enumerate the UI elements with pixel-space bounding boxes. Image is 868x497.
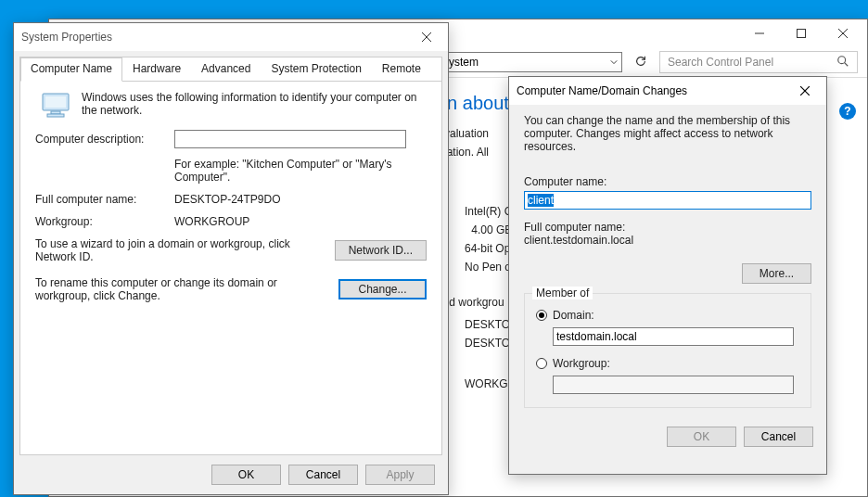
info-value: 4.00 GB bbox=[471, 223, 512, 236]
workgroup-radio[interactable]: Workgroup: bbox=[536, 357, 799, 370]
tab-remote[interactable]: Remote bbox=[372, 57, 431, 82]
workgroup-input bbox=[553, 376, 794, 394]
ok-button[interactable]: OK bbox=[211, 465, 281, 485]
svg-point-4 bbox=[838, 56, 846, 63]
tab-body: Windows uses the following information t… bbox=[20, 82, 441, 321]
dialog-button-row: OK Cancel bbox=[509, 417, 826, 456]
cancel-button[interactable]: Cancel bbox=[744, 427, 813, 447]
full-name-value: DESKTOP-24TP9DO bbox=[174, 193, 280, 206]
computer-description-input[interactable] bbox=[174, 130, 406, 148]
svg-line-5 bbox=[845, 62, 849, 66]
breadcrumb-dropdown[interactable]: System bbox=[437, 52, 622, 72]
computer-name-value: client bbox=[528, 194, 554, 207]
tab-computer-name[interactable]: Computer Name bbox=[20, 57, 122, 82]
search-input[interactable]: Search Control Panel bbox=[659, 51, 858, 73]
change-button[interactable]: Change... bbox=[338, 279, 427, 299]
dialog-body: You can change the name and the membersh… bbox=[509, 105, 826, 417]
desc-example: For example: "Kitchen Computer" or "Mary… bbox=[174, 158, 427, 184]
intro-text: Windows uses the following information t… bbox=[82, 91, 427, 117]
cancel-button[interactable]: Cancel bbox=[288, 465, 358, 485]
dialog-title: System Properties bbox=[21, 31, 413, 44]
tab-advanced[interactable]: Advanced bbox=[191, 57, 261, 82]
computer-name-label: Computer name: bbox=[524, 175, 811, 188]
help-icon[interactable]: ? bbox=[839, 103, 856, 120]
close-button[interactable] bbox=[791, 78, 819, 104]
computer-icon bbox=[35, 91, 82, 121]
close-button[interactable] bbox=[822, 20, 863, 46]
close-button[interactable] bbox=[413, 24, 440, 50]
domain-input[interactable] bbox=[553, 327, 794, 346]
member-of-group: Member of Domain: Workgroup: bbox=[524, 293, 811, 408]
radio-unselected-icon bbox=[536, 358, 547, 369]
minimize-button[interactable] bbox=[738, 20, 780, 46]
tab-hardware[interactable]: Hardware bbox=[122, 57, 191, 82]
system-properties-dialog: System Properties Computer Name Hardware… bbox=[13, 22, 449, 495]
search-icon bbox=[836, 55, 849, 70]
radio-selected-icon bbox=[536, 310, 547, 321]
group-label: Member of bbox=[532, 287, 593, 299]
refresh-button[interactable] bbox=[632, 55, 650, 70]
full-name-label: Full computer name: bbox=[35, 193, 174, 206]
workgroup-value: WORKGROUP bbox=[174, 215, 249, 228]
chevron-down-icon bbox=[610, 56, 618, 69]
workgroup-label: Workgroup: bbox=[553, 357, 610, 370]
svg-rect-11 bbox=[47, 114, 64, 117]
domain-radio[interactable]: Domain: bbox=[536, 309, 799, 322]
desc-label: Computer description: bbox=[35, 133, 174, 146]
domain-changes-dialog: Computer Name/Domain Changes You can cha… bbox=[508, 76, 827, 475]
maximize-button[interactable] bbox=[780, 20, 822, 46]
search-placeholder: Search Control Panel bbox=[668, 56, 836, 69]
more-button[interactable]: More... bbox=[742, 263, 811, 284]
full-name-value: client.testdomain.local bbox=[524, 234, 811, 247]
domain-label: Domain: bbox=[553, 309, 594, 322]
svg-rect-9 bbox=[45, 96, 66, 108]
computer-name-input[interactable]: client bbox=[524, 191, 811, 210]
change-text: To rename this computer or change its do… bbox=[35, 276, 338, 302]
titlebar: System Properties bbox=[14, 23, 448, 51]
dialog-title: Computer Name/Domain Changes bbox=[517, 84, 791, 97]
titlebar: Computer Name/Domain Changes bbox=[509, 77, 826, 105]
workgroup-label: Workgroup: bbox=[35, 215, 174, 228]
tab-system-protection[interactable]: System Protection bbox=[261, 57, 371, 82]
apply-button[interactable]: Apply bbox=[365, 465, 435, 485]
dialog-button-row: OK Cancel Apply bbox=[14, 455, 448, 494]
ok-button[interactable]: OK bbox=[667, 427, 736, 447]
intro-text: You can change the name and the membersh… bbox=[524, 114, 811, 153]
wizard-text: To use a wizard to join a domain or work… bbox=[35, 237, 335, 263]
network-id-button[interactable]: Network ID... bbox=[335, 240, 427, 261]
tab-row: Computer Name Hardware Advanced System P… bbox=[20, 57, 441, 82]
full-name-label: Full computer name: bbox=[524, 221, 811, 234]
svg-rect-1 bbox=[797, 30, 805, 38]
